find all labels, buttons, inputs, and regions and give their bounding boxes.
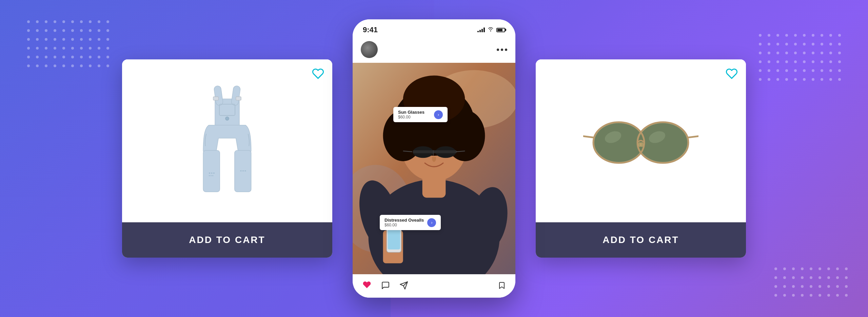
comment-icon[interactable] (381, 281, 390, 291)
tag-overalls-price: $60.00 (384, 223, 424, 227)
left-product-card: ADD TO CART (122, 59, 332, 258)
more-options-icon[interactable] (497, 49, 507, 51)
tag-sunglasses-name: Sun Glasses (398, 110, 431, 115)
svg-line-47 (583, 136, 593, 137)
phone-post-header (353, 38, 515, 63)
right-card-image-area (536, 59, 746, 222)
svg-point-50 (640, 142, 644, 147)
svg-point-9 (225, 117, 229, 120)
sunglasses-image (583, 109, 698, 176)
svg-rect-10 (213, 97, 218, 100)
svg-rect-11 (236, 97, 241, 100)
product-tag-sunglasses[interactable]: Sun Glasses $60.00 › (393, 107, 448, 122)
wifi-icon (488, 27, 494, 33)
left-card-image-area (122, 59, 332, 222)
battery-icon (496, 28, 505, 32)
tag-overalls-text: Distressed Ovealls $60.00 (384, 218, 424, 227)
signal-bars-icon (477, 27, 485, 32)
status-time: 9:41 (363, 25, 378, 34)
phone-notch (410, 19, 458, 29)
person-illustration (353, 63, 515, 274)
svg-rect-3 (203, 150, 220, 192)
right-add-to-cart-button[interactable]: ADD TO CART (536, 222, 746, 258)
phone-post-image: Sun Glasses $60.00 › Distressed Ovealls … (353, 63, 515, 274)
right-product-card: ADD TO CART (536, 59, 746, 258)
svg-line-48 (688, 136, 698, 137)
tag-overalls-name: Distressed Ovealls (384, 218, 424, 223)
svg-point-40 (594, 123, 643, 162)
right-heart-icon[interactable] (726, 68, 738, 80)
product-tag-overalls[interactable]: Distressed Ovealls $60.00 › (380, 215, 441, 230)
tag-sunglasses-arrow[interactable]: › (434, 110, 443, 119)
phone-action-bar (353, 274, 515, 298)
share-icon[interactable] (399, 281, 408, 291)
svg-point-43 (638, 123, 687, 162)
svg-rect-20 (388, 228, 400, 249)
status-icons (477, 27, 505, 33)
content-area: ADD TO CART 9:41 (0, 0, 868, 317)
phone-mockup: 9:41 (353, 19, 515, 298)
tag-sunglasses-price: $60.00 (398, 115, 431, 119)
tag-overalls-arrow[interactable]: › (427, 218, 436, 227)
like-icon[interactable] (362, 280, 372, 292)
avatar (361, 41, 378, 58)
svg-rect-33 (413, 150, 457, 153)
tag-sunglasses-text: Sun Glasses $60.00 (398, 110, 431, 119)
svg-point-30 (452, 116, 467, 130)
page-background: ADD TO CART 9:41 (0, 0, 868, 317)
left-add-to-cart-button[interactable]: ADD TO CART (122, 222, 332, 258)
left-heart-icon[interactable] (312, 68, 324, 80)
bookmark-icon[interactable] (498, 281, 506, 291)
action-group-left (362, 280, 408, 292)
overalls-image (176, 81, 278, 204)
